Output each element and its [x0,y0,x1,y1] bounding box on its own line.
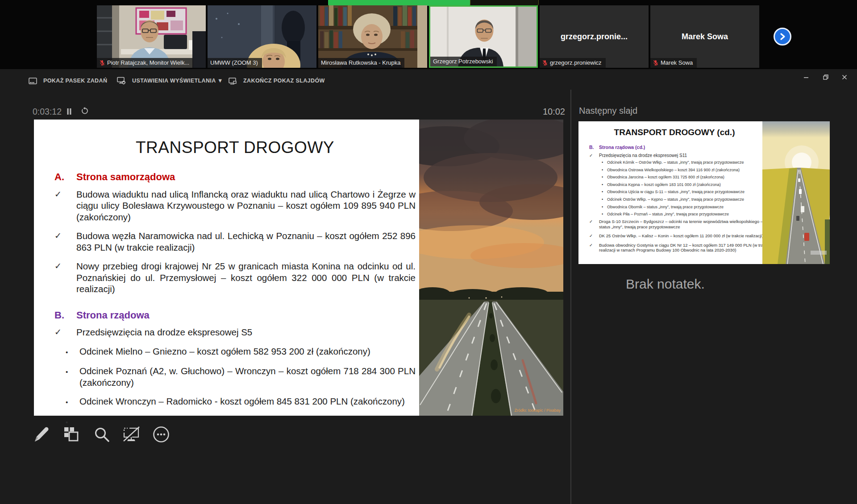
bullet-icon: • [602,182,607,190]
next-slide-section: B. Strona rządowa (cd.) [589,145,645,150]
next-slide-header: Następny slajd [579,106,637,116]
slide-bullet: ✓ Budowa wiaduktu nad ulicą Inflancką or… [54,189,416,223]
next-slide-sub-bullets: •Odcinek Kórnik – Ostrów Wlkp. – status … [602,160,777,219]
next-slide-thumbnail[interactable]: TRANSPORT DROGOWY (cd.) B. Strona rządow… [578,121,830,264]
see-all-slides-icon [62,425,81,444]
clock-time: 10:02 [538,107,565,117]
slide-body: TRANSPORT DROGOWY A. Strona samorządowa … [34,120,419,416]
bullet-icon: • [66,346,79,358]
check-icon: ✓ [589,243,599,253]
participant-name: Piotr Ratajczak, Monitor Wielk... [107,59,189,66]
more-options-button[interactable] [151,425,171,444]
section-a-heading: A. Strona samorządowa [54,171,416,183]
participant-name: UMWW (ZOOM 3) [210,59,258,66]
mic-muted-icon [653,60,658,66]
zoom-meeting-screen: Piotr Ratajczak, Monitor Wielk... [0,0,857,504]
slide-bullet: ✓ Nowy przebieg drogi krajowej Nr 25 w g… [54,260,416,295]
check-icon: ✓ [54,326,76,338]
end-slideshow-label: ZAKOŃCZ POKAZ SLAJDÓW [243,78,325,84]
next-slide-check-items: ✓Droga S-10 Szczecin – Bydgoszcz – odcin… [589,219,774,257]
slide-bullet: ✓ Przedsięwzięcia na drodze ekspresowej … [54,326,416,338]
pen-tool-button[interactable] [31,425,52,444]
participant-tile-piotr[interactable]: Piotr Ratajczak, Monitor Wielk... [97,5,206,68]
slide-bullet: ✓ Budowa węzła Naramowicka nad ul. Lechi… [54,230,416,253]
close-icon [841,74,848,80]
display-settings-button[interactable]: USTAWIENIA WYŚWIETLANIA ▼ [117,75,223,87]
bullet-icon: • [66,396,79,408]
minimize-button[interactable] [799,72,813,83]
restore-button[interactable] [819,72,833,83]
participant-name: Marek Sowa [661,59,693,66]
end-slideshow-button[interactable]: ZAKOŃCZ POKAZ SLAJDÓW [229,75,325,87]
participant-name-badge: UMWW (ZOOM 3) [208,58,262,68]
magnifier-icon [92,425,112,444]
check-icon: ✓ [54,189,76,223]
bullet-icon: • [66,365,79,388]
bullet-icon: • [602,190,607,197]
display-settings-label: USTAWIENIA WYŚWIETLANIA ▼ [132,78,223,84]
participant-name-badge: Mirosława Rutkowska - Krupka [318,58,404,68]
check-icon: ✓ [589,233,599,239]
next-participants-button[interactable] [774,28,791,45]
check-icon: ✓ [54,230,76,253]
participant-name-badge: Marek Sowa [650,58,697,68]
close-button[interactable] [837,72,852,83]
photo-credit: Źródło: tookapic / Pixabay [514,408,561,413]
slide-sub-bullet: • Odcinek Mielno – Gniezno – koszt ogółe… [66,346,416,358]
pause-timer-button[interactable] [65,107,73,116]
slide-title: TRANSPORT DROGOWY [54,137,416,158]
participant-name: Mirosława Rutkowska - Krupka [321,59,400,66]
restart-icon [81,107,89,115]
zoom-slide-button[interactable] [92,425,112,444]
more-options-icon [151,425,171,444]
participant-tile-proniewicz[interactable]: grzegorz.pronie... grzegorz.proniewicz [540,5,649,68]
section-b-heading: B. Strona rządowa [54,310,416,321]
check-icon: ✓ [54,260,76,295]
participant-tile-umww[interactable]: UMWW (ZOOM 3) [208,5,316,68]
slide-sub-bullet: • Odcinek Poznań (A2, w. Głuchowo) – Wro… [66,365,416,388]
bullet-icon: • [602,160,607,168]
bullet-icon: • [602,175,607,182]
presenter-view-window: POKAŻ PASEK ZADAŃ USTAWIENIA WYŚWIETLANI… [0,69,857,504]
participant-name: Grzegorz Potrzebowski [433,58,493,65]
next-slide-check: ✓ Przedsięwzięcia na drodze ekspresowej … [589,153,687,158]
restart-timer-button[interactable] [80,107,89,116]
chevron-right-icon [778,32,786,41]
minimize-icon [803,74,809,80]
pen-icon [32,425,51,444]
current-slide[interactable]: TRANSPORT DROGOWY A. Strona samorządowa … [34,120,563,416]
participant-tile-marek[interactable]: Marek Sowa Marek Sowa [650,5,759,68]
black-screen-button[interactable] [121,425,141,444]
trucks-highway-photo [762,121,830,264]
participant-tile-miroslawa[interactable]: Mirosława Rutkowska - Krupka [318,5,427,68]
restore-icon [823,74,829,80]
participant-tile-grzegorz[interactable]: Grzegorz Potrzebowski [429,5,538,68]
elapsed-timer: 0:03:12 [33,107,62,117]
display-settings-icon [117,77,126,85]
bullet-icon: • [602,168,607,175]
highway-dusk-photo: Źródło: tookapic / Pixabay [419,120,563,416]
panel-divider [570,90,571,504]
bullet-icon: • [602,212,607,219]
mic-muted-icon [542,60,548,66]
mic-muted-icon [100,60,105,66]
participant-name: grzegorz.proniewicz [550,59,602,66]
taskbar-icon [29,77,37,85]
slide-sub-bullet: • Odcinek Radomicko – Kaczkowo - koszt o… [66,416,416,428]
end-slideshow-icon [229,77,237,85]
slide-sub-bullet: • Odcinek Wronczyn – Radomicko - koszt o… [66,396,416,408]
bullet-icon: • [602,205,607,212]
next-slide-title: TRANSPORT DROGOWY (cd.) [581,128,768,137]
check-icon: ✓ [589,219,599,229]
video-strip: Piotr Ratajczak, Monitor Wielk... [0,0,857,69]
black-screen-icon [121,425,141,444]
show-taskbar-label: POKAŻ PASEK ZADAŃ [43,78,107,84]
check-icon: ✓ [589,153,599,158]
notes-placeholder: Brak notatek. [626,277,705,292]
bullet-icon: • [602,197,607,205]
pause-icon [67,108,72,115]
see-all-slides-button[interactable] [61,425,82,444]
show-taskbar-button[interactable]: POKAŻ PASEK ZADAŃ [29,75,107,87]
participant-name-badge: Grzegorz Potrzebowski [430,57,497,66]
participant-name-badge: grzegorz.proniewicz [540,58,606,68]
